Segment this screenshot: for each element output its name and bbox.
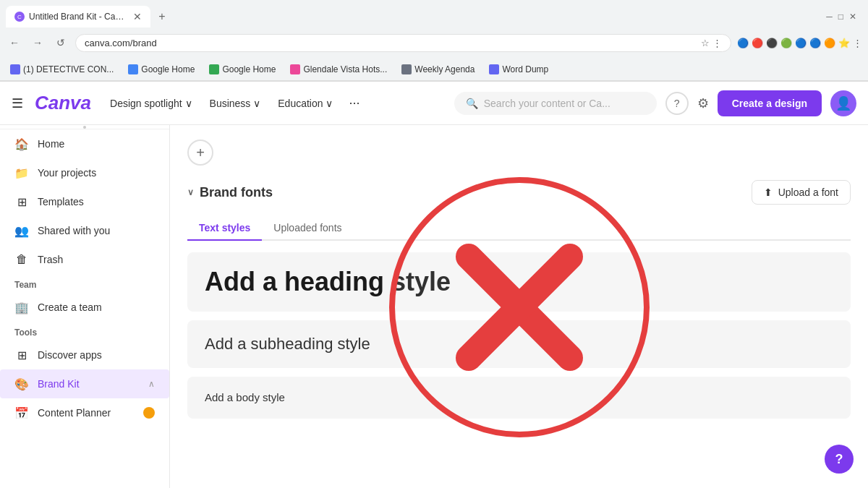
shared-icon: 👥 (14, 223, 29, 238)
bookmarks-bar: (1) DETECTIVE CON... Google Home Google … (0, 58, 868, 81)
subheading-style-card[interactable]: Add a subheading style (187, 320, 851, 368)
body-style-text: Add a body style (205, 391, 285, 403)
nav-more-button[interactable]: ··· (343, 93, 365, 114)
bookmark-label: Glendale Vista Hots... (303, 64, 387, 74)
ext7[interactable]: 🟠 (824, 38, 835, 48)
body-style-card[interactable]: Add a body style (187, 377, 851, 419)
team-section-label: Team (0, 274, 169, 293)
help-button[interactable]: ? (665, 92, 689, 115)
home-icon: 🏠 (14, 137, 29, 151)
sidebar-item-home[interactable]: 🏠 Home (0, 129, 169, 158)
create-design-label: Create a design (732, 98, 807, 109)
ext1[interactable]: 🔵 (737, 38, 749, 48)
search-placeholder: Search your content or Ca... (484, 98, 645, 109)
sidebar-item-templates[interactable]: ⊞ Templates (0, 187, 169, 216)
scroll-dot (83, 126, 86, 129)
sidebar-item-discover-apps[interactable]: ⊞ Discover apps (0, 341, 169, 369)
bookmark-label: Google Home (222, 64, 276, 74)
design-spotlight-label: Design spotlight ∨ (110, 98, 192, 109)
settings-button[interactable]: ⚙ (697, 95, 709, 111)
nav-right: 🔍 Search your content or Ca... ? ⚙ Creat… (454, 90, 856, 116)
window-minimize[interactable]: ─ (826, 12, 833, 22)
search-icon: 🔍 (466, 98, 478, 109)
bookmark-label: Weekly Agenda (414, 64, 475, 74)
sidebar-templates-label: Templates (38, 196, 155, 207)
ext3[interactable]: ⚫ (766, 38, 778, 48)
main-content: 🏠 Home 📁 Your projects ⊞ Templates 👥 Sha… (0, 125, 868, 488)
content-area: + ∨ Brand fonts ⬆ Upload a font Text sty… (170, 125, 868, 488)
bookmark-favicon (290, 64, 300, 74)
bookmark-icon[interactable]: ☆ (701, 38, 710, 48)
nav-design-spotlight[interactable]: Design spotlight ∨ (103, 93, 200, 114)
sidebar-create-team-label: Create a team (38, 301, 155, 313)
extensions-area: 🔵 🔴 ⚫ 🟢 🔵 🔵 🟠 ⭐ ⋮ (737, 38, 862, 48)
sidebar-brand-kit-label: Brand Kit (38, 378, 140, 390)
user-avatar[interactable]: 👤 (830, 90, 856, 116)
sidebar-item-create-team[interactable]: 🏢 Create a team (0, 293, 169, 322)
sidebar-item-shared[interactable]: 👥 Shared with you (0, 216, 169, 245)
bookmark-detective[interactable]: (1) DETECTIVE CON... (6, 63, 118, 76)
tab-title: Untitled Brand Kit - Canva (29, 12, 129, 22)
upload-font-label: Upload a font (778, 187, 838, 198)
window-maximize[interactable]: □ (838, 12, 843, 22)
ext4[interactable]: 🟢 (780, 38, 792, 48)
education-label: Education ∨ (278, 98, 333, 109)
sidebar-item-trash[interactable]: 🗑 Trash (0, 245, 169, 274)
ext8[interactable]: ⭐ (838, 38, 850, 48)
sidebar-item-projects[interactable]: 📁 Your projects (0, 158, 169, 187)
help-circle-label: ? (835, 452, 843, 467)
url-icons: ☆ ⋮ (701, 38, 722, 48)
content-planner-icon: 📅 (14, 406, 29, 420)
create-design-button[interactable]: Create a design (718, 90, 822, 116)
bookmark-label: Google Home (141, 64, 195, 74)
upload-font-button[interactable]: ⬆ Upload a font (752, 180, 851, 205)
section-toggle[interactable]: ∨ (187, 187, 194, 197)
tab-text-styles[interactable]: Text styles (187, 216, 262, 241)
ext2[interactable]: 🔴 (752, 38, 763, 48)
canva-logo[interactable]: Canva (35, 92, 91, 114)
upload-icon: ⬆ (764, 187, 773, 198)
bookmark-favicon (401, 64, 412, 74)
subheading-style-text: Add a subheading style (205, 335, 370, 353)
bookmark-favicon (128, 64, 138, 74)
new-tab-button[interactable]: + (153, 8, 171, 25)
window-close[interactable]: ✕ (849, 12, 856, 22)
content-planner-notification (143, 407, 155, 419)
back-button[interactable]: ← (6, 34, 23, 51)
avatar-icon: 👤 (835, 95, 851, 111)
url-bar[interactable]: canva.com/brand ☆ ⋮ (75, 34, 731, 52)
bookmark-google-home-2[interactable]: Google Home (205, 63, 280, 76)
ext6[interactable]: 🔵 (809, 38, 821, 48)
brand-kit-icon: 🎨 (14, 377, 29, 391)
sidebar-home-label: Home (38, 138, 155, 150)
bookmark-word-dump[interactable]: Word Dump (485, 63, 553, 76)
search-bar[interactable]: 🔍 Search your content or Ca... (454, 92, 657, 115)
bookmark-glendale[interactable]: Glendale Vista Hots... (286, 63, 391, 76)
bookmark-google-home-1[interactable]: Google Home (124, 63, 199, 76)
sidebar-item-brand-kit[interactable]: 🎨 Brand Kit ∧ (0, 369, 169, 398)
bookmark-weekly-agenda[interactable]: Weekly Agenda (397, 63, 479, 76)
active-tab[interactable]: C Untitled Brand Kit - Canva ✕ (6, 6, 150, 27)
reload-button[interactable]: ↺ (52, 34, 69, 51)
sidebar-item-content-planner[interactable]: 📅 Content Planner (0, 398, 169, 427)
tab-uploaded-fonts[interactable]: Uploaded fonts (262, 216, 353, 241)
tab-close-button[interactable]: ✕ (133, 11, 142, 22)
menu-button[interactable]: ☰ (12, 95, 23, 111)
heading-style-card[interactable]: Add a heading style (187, 252, 851, 312)
bookmark-label: (1) DETECTIVE CON... (23, 64, 114, 74)
ext5[interactable]: 🔵 (795, 38, 807, 48)
window-controls: ─ □ ✕ (826, 12, 862, 22)
nav-education[interactable]: Education ∨ (271, 93, 340, 114)
create-team-icon: 🏢 (14, 300, 29, 314)
add-button[interactable]: + (187, 140, 213, 166)
more-extensions[interactable]: ⋮ (853, 38, 862, 48)
projects-icon: 📁 (14, 166, 29, 180)
help-circle-button[interactable]: ? (825, 445, 854, 474)
canva-app: ☰ Canva Design spotlight ∨ Business ∨ Ed… (0, 82, 868, 488)
sidebar-shared-label: Shared with you (38, 225, 155, 236)
tools-section-label: Tools (0, 322, 169, 341)
text-styles-label: Text styles (199, 222, 250, 234)
nav-business[interactable]: Business ∨ (203, 93, 268, 114)
sidebar-trash-label: Trash (38, 254, 155, 265)
forward-button[interactable]: → (29, 34, 46, 51)
